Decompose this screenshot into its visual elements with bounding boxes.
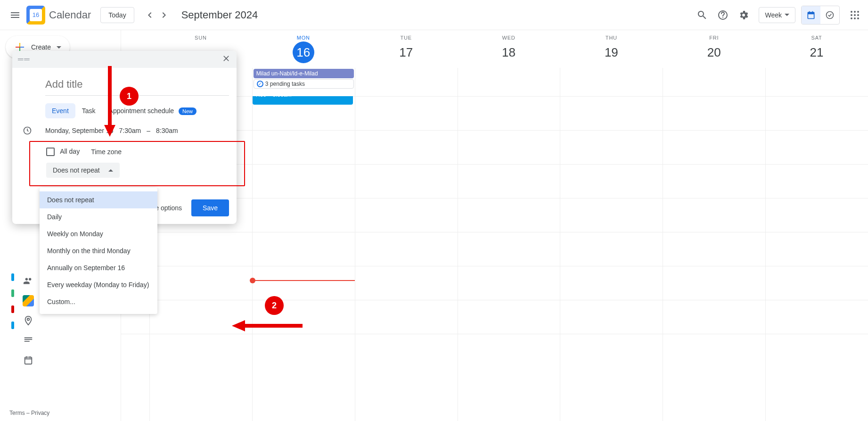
header-actions: Week (693, 6, 864, 25)
all-day-checkbox-label[interactable]: All day (46, 148, 80, 156)
save-button[interactable]: Save (191, 199, 229, 216)
prev-week-button[interactable] (142, 8, 157, 23)
settings-button[interactable] (734, 6, 753, 25)
tasks-view-button[interactable] (820, 6, 839, 24)
day-column-tue[interactable] (355, 96, 458, 421)
repeat-option-monthly[interactable]: Monthly on the third Monday (40, 242, 157, 259)
day-column-mon[interactable]: 7:30 – 8:30am (252, 96, 355, 421)
timezone-button[interactable]: Time zone (91, 148, 122, 156)
event-chip[interactable]: 7:30 – 8:30am (253, 96, 353, 105)
allday-cell-mon[interactable]: Milad un-Nabi/Id-e-Milad 3 pending tasks (252, 68, 355, 96)
repeat-option-custom[interactable]: Custom... (40, 293, 157, 310)
view-selector[interactable]: Week (759, 7, 795, 23)
hamburger-icon (9, 9, 21, 21)
holiday-event-chip[interactable]: Milad un-Nabi/Id-e-Milad (254, 69, 354, 78)
description-icon (23, 335, 34, 346)
allday-cell[interactable] (458, 68, 560, 96)
chevron-left-icon (144, 9, 155, 21)
google-apps-button[interactable] (845, 6, 864, 25)
close-button[interactable] (221, 54, 231, 66)
end-time[interactable]: 8:30am (156, 127, 178, 134)
next-week-button[interactable] (157, 8, 172, 23)
allday-cell[interactable] (765, 68, 868, 96)
day-header-tue[interactable]: TUE 17 (355, 30, 458, 68)
task-check-icon (257, 81, 263, 87)
tab-appointment[interactable]: Appointment schedule New (102, 103, 203, 118)
new-badge: New (179, 107, 197, 115)
svg-point-8 (857, 14, 859, 16)
dropdown-arrow-icon (57, 46, 61, 49)
svg-marker-18 (232, 320, 245, 331)
today-button[interactable]: Today (100, 7, 134, 23)
svg-point-7 (854, 14, 856, 16)
dialog-body: Event Task Appointment schedule New Mond… (12, 68, 237, 194)
repeat-option-annually[interactable]: Annually on September 16 (40, 259, 157, 276)
privacy-link[interactable]: Privacy (31, 410, 49, 416)
calendar-view-button[interactable] (802, 6, 820, 24)
svg-point-11 (857, 17, 859, 19)
day-header-mon[interactable]: MON 16 (252, 30, 355, 68)
current-time-indicator (253, 280, 355, 281)
repeat-dropdown[interactable]: Does not repeat (46, 163, 120, 178)
svg-point-4 (854, 11, 856, 13)
clock-icon (23, 126, 32, 135)
svg-marker-16 (104, 125, 115, 137)
allday-cell[interactable] (355, 68, 458, 96)
apps-grid-icon (850, 10, 860, 20)
all-day-checkbox[interactable] (46, 148, 55, 156)
repeat-option-weekly[interactable]: Weekly on Monday (40, 225, 157, 242)
current-period-title: September 2024 (181, 9, 258, 21)
day-header-wed[interactable]: WED 18 (458, 30, 560, 68)
meet-icon (23, 295, 34, 306)
guests-icon (23, 275, 34, 287)
day-header-fri[interactable]: FRI 20 (663, 30, 765, 68)
day-column-fri[interactable] (663, 96, 765, 421)
search-button[interactable] (693, 6, 712, 25)
app-header: Calendar Today September 2024 Week (0, 0, 868, 30)
location-icon (23, 315, 34, 326)
svg-point-6 (851, 14, 852, 16)
calendar-color-bar (11, 289, 14, 297)
tab-event[interactable]: Event (45, 103, 75, 118)
svg-point-1 (722, 17, 723, 18)
calendar-select-icon (23, 355, 34, 366)
day-column-thu[interactable] (560, 96, 663, 421)
allday-cell[interactable] (560, 68, 663, 96)
allday-cell[interactable] (663, 68, 765, 96)
start-time[interactable]: 7:30am (119, 127, 141, 134)
footer-links: Terms – Privacy (9, 410, 49, 416)
annotation-arrow-left-icon (232, 319, 303, 333)
app-logo[interactable]: Calendar (26, 6, 91, 25)
svg-point-13 (27, 318, 30, 321)
main-menu-button[interactable] (4, 4, 26, 26)
annotation-marker-1: 1 (120, 87, 139, 106)
dialog-handle[interactable]: ══ (12, 51, 237, 68)
view-label: Week (765, 11, 782, 19)
dialog-side-icons (23, 275, 34, 366)
repeat-option-none[interactable]: Does not repeat (40, 191, 157, 208)
day-column-wed[interactable] (458, 96, 560, 421)
repeat-option-daily[interactable]: Daily (40, 208, 157, 225)
calendar-logo-icon (26, 6, 45, 25)
tab-task[interactable]: Task (75, 103, 102, 118)
svg-point-5 (857, 11, 859, 13)
view-mode-toggle (801, 6, 840, 25)
day-header-thu[interactable]: THU 19 (560, 30, 663, 68)
help-button[interactable] (713, 6, 732, 25)
check-circle-icon (825, 10, 835, 20)
drag-handle-icon: ══ (18, 55, 31, 64)
day-header-sat[interactable]: SAT 21 (765, 30, 868, 68)
repeat-option-weekdays[interactable]: Every weekday (Monday to Friday) (40, 276, 157, 293)
svg-point-3 (851, 11, 852, 13)
create-label: Create (31, 43, 51, 51)
pending-tasks-chip[interactable]: 3 pending tasks (254, 79, 354, 89)
svg-rect-14 (25, 357, 32, 364)
day-column-sat[interactable] (765, 96, 868, 421)
close-icon (221, 54, 231, 63)
datetime-row: Monday, September 16 7:30am – 8:30am (45, 127, 229, 134)
annotation-highlight-box: All day Time zone Does not repeat (29, 141, 245, 186)
calendar-color-indicators (11, 273, 14, 329)
date-nav (142, 8, 172, 23)
terms-link[interactable]: Terms (9, 410, 25, 416)
search-icon (696, 9, 708, 21)
